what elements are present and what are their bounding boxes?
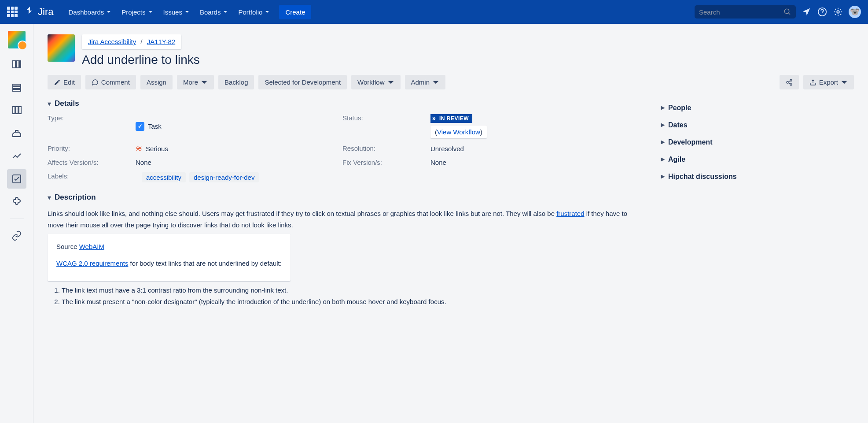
action-bar: Edit Comment Assign More Backlog Selecte… (48, 75, 854, 89)
user-avatar[interactable]: 🐨 (849, 6, 861, 18)
frustrated-link[interactable]: frustrated (556, 210, 584, 217)
chevron-down-icon (841, 79, 848, 86)
development-panel[interactable]: ▾Development (660, 134, 854, 151)
details-section-header[interactable]: ▾ Details (48, 99, 637, 108)
label-tag[interactable]: accessibility (142, 172, 186, 182)
svg-point-3 (837, 11, 839, 13)
chevron-down-icon (201, 79, 208, 86)
breadcrumb-project-link[interactable]: Jira Accessibility (88, 38, 136, 46)
admin-button[interactable]: Admin (405, 75, 446, 89)
affects-value: None (136, 159, 342, 166)
svg-rect-5 (16, 61, 19, 68)
sidebar-link-icon[interactable] (7, 226, 26, 245)
create-button[interactable]: Create (279, 5, 311, 19)
sidebar-project-icon[interactable] (8, 31, 26, 48)
breadcrumb-separator: / (140, 38, 142, 46)
svg-rect-12 (19, 107, 21, 114)
nav-items: Dashboards Projects Issues Boards Portfo… (64, 6, 274, 19)
labels-value: accessibility design-ready-for-dev (142, 172, 259, 182)
sidebar-issues-icon[interactable] (7, 169, 26, 189)
assign-button[interactable]: Assign (140, 75, 173, 89)
labels-label: Labels: (48, 172, 136, 182)
chevron-right-icon: ▾ (658, 106, 666, 110)
svg-rect-10 (13, 107, 15, 114)
breadcrumb-issue-link[interactable]: JA11Y-82 (147, 38, 176, 46)
sidebar-addons-icon[interactable] (7, 192, 26, 212)
svg-rect-6 (20, 61, 21, 68)
notification-icon[interactable] (801, 7, 812, 17)
svg-rect-9 (13, 89, 21, 91)
svg-rect-11 (16, 107, 18, 114)
sidebar-backlog-icon[interactable] (7, 55, 26, 74)
sidebar-releases-icon[interactable] (7, 123, 26, 143)
nav-boards[interactable]: Boards (195, 6, 232, 19)
edit-button[interactable]: Edit (48, 75, 81, 89)
chevron-down-icon (265, 10, 269, 14)
people-panel[interactable]: ▾People (660, 99, 854, 116)
pencil-icon (54, 79, 61, 86)
sidebar-board-icon[interactable] (7, 100, 26, 120)
chevron-down-icon (185, 10, 189, 14)
chevron-down-icon (148, 10, 153, 14)
chevron-right-icon: ▾ (658, 158, 666, 161)
svg-rect-8 (13, 87, 21, 89)
hipchat-panel[interactable]: ▾Hipchat discussions (660, 168, 854, 185)
svg-point-15 (787, 82, 788, 83)
affects-label: Affects Version/s: (48, 159, 136, 166)
top-navigation: Jira Dashboards Projects Issues Boards P… (0, 0, 868, 24)
main-content: Jira Accessibility / JA11Y-82 Add underl… (33, 24, 868, 423)
search-icon (783, 8, 791, 16)
sidebar-reports-icon[interactable] (7, 146, 26, 166)
sidebar-divider (10, 219, 24, 219)
nav-projects[interactable]: Projects (117, 6, 157, 19)
type-value: Task (136, 114, 342, 138)
search-box[interactable] (695, 5, 796, 19)
search-input[interactable] (699, 8, 783, 16)
webaim-link[interactable]: WebAIM (79, 243, 104, 250)
chevron-down-icon (432, 79, 439, 86)
app-switcher-icon[interactable] (7, 7, 18, 17)
svg-rect-4 (13, 61, 15, 68)
jira-logo[interactable]: Jira (25, 6, 53, 18)
chevron-right-icon: ▾ (658, 123, 666, 127)
svg-line-1 (788, 13, 790, 15)
backlog-button[interactable]: Backlog (218, 75, 254, 89)
chevron-down-icon: ▾ (48, 100, 51, 108)
export-icon (809, 79, 817, 86)
nav-portfolio[interactable]: Portfolio (234, 6, 274, 19)
nav-dashboards[interactable]: Dashboards (64, 6, 115, 19)
fix-label: Fix Version/s: (342, 159, 430, 166)
task-icon (136, 122, 144, 131)
help-icon[interactable] (817, 7, 828, 17)
sidebar-sprints-icon[interactable] (7, 78, 26, 97)
resolution-label: Resolution: (342, 145, 430, 152)
project-avatar (48, 34, 75, 62)
right-column: ▾People ▾Dates ▾Development ▾Agile ▾Hipc… (651, 99, 854, 307)
settings-icon[interactable] (833, 7, 843, 17)
priority-label: Priority: (48, 145, 136, 152)
details-grid: Type: Task Status: IN REVIEW (View Workf… (48, 114, 637, 166)
share-button[interactable] (780, 75, 799, 89)
nav-issues[interactable]: Issues (159, 6, 194, 19)
breadcrumb: Jira Accessibility / JA11Y-82 (82, 34, 181, 49)
priority-icon: ≋ (136, 145, 142, 152)
chevron-down-icon (107, 10, 111, 14)
selected-for-dev-button[interactable]: Selected for Development (258, 75, 347, 89)
label-tag[interactable]: design-ready-for-dev (189, 172, 259, 182)
comment-button[interactable]: Comment (85, 75, 136, 89)
svg-rect-7 (13, 84, 21, 86)
wcag-link[interactable]: WCAG 2.0 requirements (56, 260, 128, 267)
view-workflow-link[interactable]: View Workflow (437, 128, 480, 136)
issue-title: Add underline to links (82, 53, 200, 67)
status-value: IN REVIEW (View Workflow) (430, 114, 637, 138)
type-label: Type: (48, 114, 136, 138)
workflow-button[interactable]: Workflow (351, 75, 400, 89)
export-button[interactable]: Export (803, 75, 854, 89)
description-section-header[interactable]: ▾ Description (48, 193, 637, 202)
agile-panel[interactable]: ▾Agile (660, 151, 854, 168)
svg-line-18 (788, 81, 790, 82)
dates-panel[interactable]: ▾Dates (660, 116, 854, 134)
resolution-value: Unresolved (430, 145, 637, 152)
more-button[interactable]: More (177, 75, 214, 89)
fix-value: None (430, 159, 637, 166)
